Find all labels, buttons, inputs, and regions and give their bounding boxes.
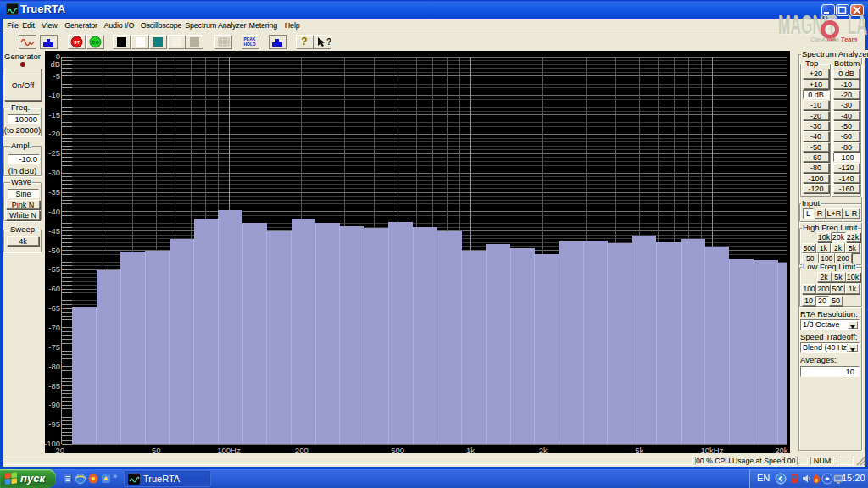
svg-text:1k: 1k bbox=[466, 446, 475, 454]
svg-text:-85: -85 bbox=[48, 381, 60, 391]
svg-text:?: ? bbox=[326, 37, 331, 47]
svg-text:20k: 20k bbox=[775, 446, 788, 454]
svg-text:-95: -95 bbox=[48, 419, 60, 429]
svg-text:dB: dB bbox=[50, 59, 60, 69]
svg-text:50: 50 bbox=[152, 446, 161, 454]
svg-text:-75: -75 bbox=[48, 342, 60, 352]
svg-text:-10: -10 bbox=[48, 91, 60, 100]
svg-text:-15: -15 bbox=[48, 110, 60, 119]
svg-text:GO: GO bbox=[92, 40, 99, 45]
svg-text:-60: -60 bbox=[48, 284, 60, 293]
svg-text:200: 200 bbox=[295, 446, 309, 454]
svg-text:2k: 2k bbox=[539, 446, 548, 454]
svg-text:-55: -55 bbox=[48, 264, 60, 274]
svg-text:-50: -50 bbox=[48, 246, 60, 255]
svg-text:500: 500 bbox=[391, 446, 404, 454]
svg-text:-70: -70 bbox=[48, 323, 60, 332]
svg-text:10kHz: 10kHz bbox=[701, 446, 724, 454]
svg-text:-35: -35 bbox=[48, 187, 60, 197]
svg-text:5k: 5k bbox=[635, 446, 643, 454]
svg-text:-45: -45 bbox=[48, 226, 60, 236]
svg-text:-80: -80 bbox=[48, 362, 60, 371]
svg-text:-40: -40 bbox=[48, 207, 60, 216]
svg-text:100Hz: 100Hz bbox=[217, 446, 241, 454]
svg-text:-65: -65 bbox=[48, 303, 60, 313]
svg-text:20: 20 bbox=[56, 446, 65, 454]
svg-text:-30: -30 bbox=[48, 168, 60, 177]
svg-text:-5: -5 bbox=[53, 71, 60, 80]
svg-text:ST: ST bbox=[74, 40, 79, 45]
svg-text:-90: -90 bbox=[48, 400, 60, 409]
svg-text:-25: -25 bbox=[48, 148, 60, 158]
svg-text:-20: -20 bbox=[48, 129, 60, 138]
